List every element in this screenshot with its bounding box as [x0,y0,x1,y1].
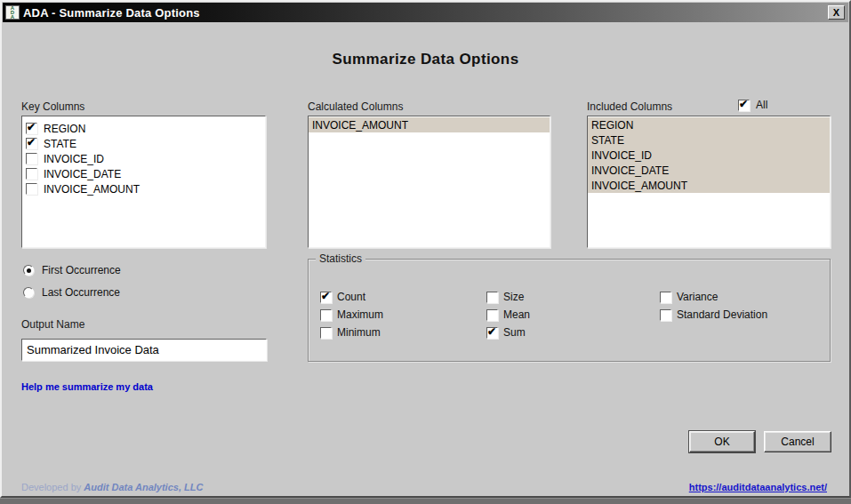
output-name-label: Output Name [21,318,84,331]
developed-by-text: Developed by Audit Data Analytics, LLC [21,482,203,492]
all-checkbox[interactable] [738,100,750,111]
key-column-checkbox[interactable] [26,123,37,134]
mean-checkbox[interactable] [486,309,498,321]
list-item[interactable]: INVOICE_DATE [588,163,830,178]
list-item[interactable]: STATE [588,132,830,148]
key-column-label: INVOICE_ID [44,153,104,165]
calculated-columns-listbox[interactable]: INVOICE_AMOUNT [308,116,550,248]
titlebar[interactable]: A D A ADA - Summarize Data Options X [3,3,848,22]
stat-count[interactable]: Count [320,291,365,303]
sum-checkbox[interactable] [486,327,498,339]
ok-button[interactable]: OK [689,431,755,452]
variance-checkbox[interactable] [660,292,671,303]
size-checkbox[interactable] [486,292,498,303]
standard-deviation-checkbox[interactable] [660,309,671,321]
calculated-column-label: INVOICE_AMOUNT [312,119,408,132]
key-column-label: REGION [44,123,85,135]
website-link[interactable]: https://auditdataanalytics.net/ [689,482,827,492]
maximum-checkbox[interactable] [320,309,332,321]
stat-mean[interactable]: Mean [486,308,530,321]
list-item[interactable]: INVOICE_AMOUNT [588,178,830,193]
list-item[interactable]: REGION [588,117,830,132]
list-item[interactable]: INVOICE_ID [22,151,265,166]
all-checkbox-label: All [756,99,767,111]
cancel-button[interactable]: Cancel [764,431,831,452]
key-column-checkbox[interactable] [26,183,37,195]
screen: A D A ADA - Summarize Data Options X Sum… [0,0,851,504]
included-columns-listbox[interactable]: REGION STATE INVOICE_ID INVOICE_DATE INV… [587,116,831,248]
included-column-label: REGION [591,119,633,132]
output-name-input[interactable] [21,339,267,361]
stat-size[interactable]: Size [486,291,524,303]
window-bottom-edge [0,498,851,504]
key-column-label: INVOICE_DATE [44,168,121,180]
included-columns-label: Included Columns [587,100,672,113]
app-icon: A D A [5,5,20,20]
close-icon[interactable]: X [828,5,845,20]
stat-minimum[interactable]: Minimum [320,326,381,339]
last-occurrence-label: Last Occurrence [42,286,120,299]
key-columns-listbox[interactable]: REGION STATE INVOICE_ID INVOICE_DATE INV… [21,116,266,248]
list-item[interactable]: REGION [22,121,265,136]
included-column-label: STATE [591,134,624,147]
minimum-checkbox[interactable] [320,327,332,339]
included-column-label: INVOICE_ID [591,149,652,162]
list-item[interactable]: INVOICE_DATE [22,166,265,181]
list-item[interactable]: STATE [22,136,265,151]
window-title: ADA - Summarize Data Options [23,6,200,20]
list-item[interactable]: INVOICE_AMOUNT [22,181,265,196]
key-column-checkbox[interactable] [26,168,37,180]
key-column-label: STATE [44,138,76,150]
list-item[interactable]: INVOICE_ID [588,148,830,163]
stat-sum[interactable]: Sum [486,326,526,339]
company-name: Audit Data Analytics, LLC [84,482,203,492]
page-title: Summarize Data Options [2,51,849,68]
last-occurrence-option[interactable]: Last Occurrence [23,286,120,299]
key-column-checkbox[interactable] [26,138,37,149]
help-link[interactable]: Help me summarize my data [21,381,153,392]
count-checkbox[interactable] [320,292,332,303]
summarize-data-options-dialog: A D A ADA - Summarize Data Options X Sum… [0,0,851,498]
calculated-columns-label: Calculated Columns [308,100,403,113]
included-column-label: INVOICE_DATE [591,164,669,177]
last-occurrence-radio[interactable] [23,287,34,298]
key-column-label: INVOICE_AMOUNT [44,183,140,196]
list-item[interactable]: INVOICE_AMOUNT [309,117,550,132]
first-occurrence-label: First Occurrence [42,264,121,276]
first-occurrence-radio[interactable] [23,265,34,276]
stat-standard-deviation[interactable]: Standard Deviation [660,308,767,321]
key-column-checkbox[interactable] [26,153,37,164]
included-column-label: INVOICE_AMOUNT [591,180,687,192]
first-occurrence-option[interactable]: First Occurrence [23,264,121,276]
statistics-legend: Statistics [316,252,365,265]
key-columns-label: Key Columns [21,100,84,113]
all-columns-checkbox-row[interactable]: All [738,99,767,111]
stat-maximum[interactable]: Maximum [320,308,383,321]
statistics-group: Statistics Count Maximum Minimum Size Me… [308,259,831,362]
stat-variance[interactable]: Variance [660,291,718,303]
